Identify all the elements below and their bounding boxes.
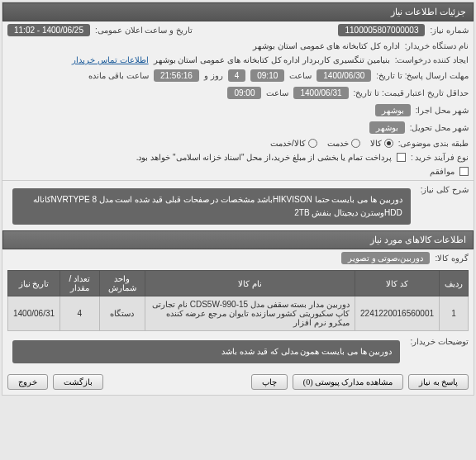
- table-header-row: ردیف کد کالا نام کالا واحد شمارش تعداد /…: [8, 271, 469, 296]
- col-unit: واحد شمارش: [99, 271, 145, 296]
- validity-date: 1400/06/31: [293, 87, 348, 99]
- radio-goods[interactable]: کالا: [370, 139, 393, 148]
- category-radio-group: کالا خدمت کالا/خدمت: [270, 139, 393, 148]
- print-button[interactable]: چاپ: [251, 374, 288, 390]
- col-code: کد کالا: [355, 271, 440, 296]
- cell-code: 2241220016560001: [355, 296, 440, 331]
- radio-service[interactable]: خدمت: [327, 139, 360, 148]
- main-desc-box: دوربین ها می بایست حتما HIKVISONباشد مشخ…: [12, 188, 411, 225]
- days-remaining: 4: [228, 69, 246, 82]
- cell-name: دوربین مدار بسته سقفی مدل CDS5W-990-15 ن…: [145, 296, 355, 331]
- creator-label: ایجاد کننده درخواست:: [395, 55, 469, 64]
- radio-icon: [351, 139, 360, 148]
- group-value: دوربین،صوتی و تصویر: [341, 252, 431, 264]
- validity-label: حداقل تاریخ اعتبار قیمت: تا تاریخ:: [354, 88, 469, 97]
- need-no-value: 1100005807000003: [338, 24, 425, 36]
- agree-checkbox[interactable]: [459, 167, 469, 176]
- group-label: گروه کالا:: [435, 254, 469, 263]
- buyer-value: اداره کل کتابخانه های عمومی استان بوشهر: [253, 41, 400, 50]
- items-header: اطلاعات کالاهای مورد نیاز: [2, 230, 474, 249]
- cell-date: 1400/06/31: [8, 296, 60, 331]
- time-label-1: ساعت: [289, 71, 312, 80]
- radio-icon: [384, 139, 393, 148]
- category-label: طبقه بندی موضوعی:: [398, 139, 469, 148]
- notes-box: دوربین ها می بایست همون مدلی که قید شده …: [12, 340, 400, 363]
- radio-label-service: خدمت: [327, 139, 349, 148]
- items-header-title: اطلاعات کالاهای مورد نیاز: [370, 235, 466, 244]
- contact-link[interactable]: اطلاعات تماس خریدار: [72, 55, 149, 64]
- cell-qty: 4: [60, 296, 99, 331]
- main-desc-label: شرح کلی نیاز:: [421, 185, 469, 194]
- radio-label-both: کالا/خدمت: [270, 139, 306, 148]
- process-note: پرداخت تمام یا بخشی از مبلغ خرید،از محل …: [136, 153, 392, 162]
- buyer-label: نام دستگاه خریدار:: [405, 41, 469, 50]
- radio-icon: [308, 139, 317, 148]
- agree-label: موافقم: [430, 167, 455, 176]
- announce-label: تاریخ و ساعت اعلان عمومی:: [95, 26, 193, 35]
- deadline-time: 09:10: [250, 69, 284, 82]
- creator-value: بنیامین تنگسیری کاربردار اداره کل کتابخا…: [154, 55, 390, 64]
- table-row: 1 2241220016560001 دوربین مدار بسته سقفی…: [8, 296, 469, 331]
- day-label: روز و: [204, 71, 223, 80]
- cell-idx: 1: [440, 296, 469, 331]
- deadline-label: مهلت ارسال پاسخ: تا تاریخ:: [376, 71, 469, 80]
- panel-header: جزئیات اطلاعات نیاز: [2, 2, 474, 21]
- attachments-button[interactable]: مشاهده مدارک پیوستی (0): [293, 374, 403, 390]
- col-qty: تعداد / مقدار: [60, 271, 99, 296]
- validity-time: 09:00: [227, 87, 261, 99]
- announce-value: 1400/06/25 - 11:02: [7, 24, 90, 36]
- radio-both[interactable]: کالا/خدمت: [270, 139, 317, 148]
- process-checkbox[interactable]: [397, 153, 406, 162]
- exit-button[interactable]: خروج: [7, 374, 48, 390]
- time-label-2: ساعت: [266, 88, 288, 97]
- col-name: نام کالا: [145, 271, 355, 296]
- cell-unit: دستگاه: [99, 296, 145, 331]
- back-button[interactable]: بازگشت: [53, 374, 103, 390]
- exec-city-value: بوشهر: [375, 104, 411, 116]
- col-idx: ردیف: [440, 271, 469, 296]
- remain-label: ساعت باقی مانده: [88, 71, 149, 80]
- col-date: تاریخ نیاز: [8, 271, 60, 296]
- deadline-date: 1400/06/30: [317, 69, 371, 82]
- deliver-city-label: شهر محل تحویل:: [410, 123, 469, 132]
- time-remaining: 21:56:16: [154, 69, 199, 82]
- process-label: نوع فرآیند خرید :: [411, 153, 469, 162]
- need-no-label: شماره نیاز:: [430, 26, 469, 35]
- radio-label-goods: کالا: [370, 139, 382, 148]
- reply-button[interactable]: پاسخ به نیاز: [408, 374, 469, 390]
- exec-city-label: شهر محل اجرا:: [416, 106, 469, 115]
- notes-label: توضیحات خریدار:: [410, 337, 469, 346]
- deliver-city-value: بوشهر: [369, 121, 405, 134]
- items-table: ردیف کد کالا نام کالا واحد شمارش تعداد /…: [7, 270, 469, 331]
- panel-title: جزئیات اطلاعات نیاز: [391, 7, 466, 17]
